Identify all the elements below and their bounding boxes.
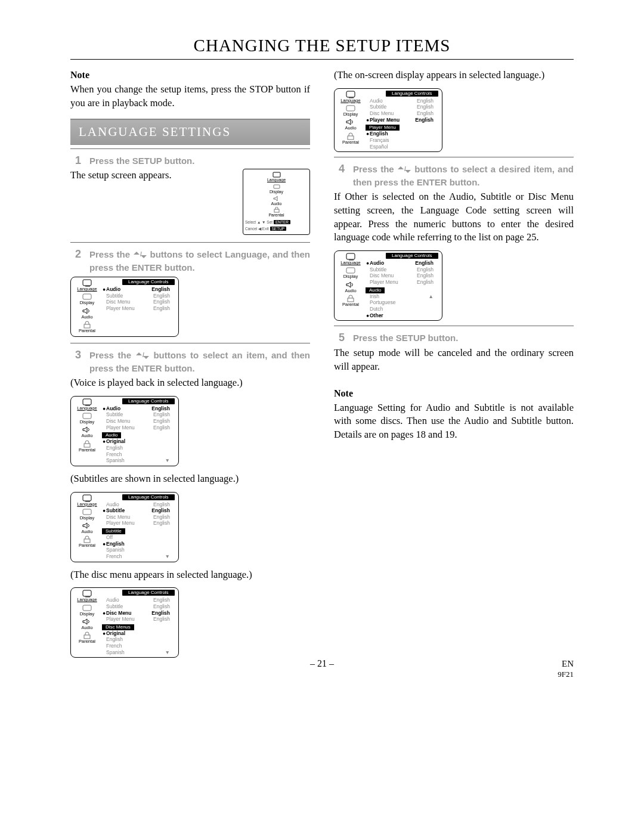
- osd-main: Language ControlsAudioEnglishSubtitleEng…: [364, 89, 442, 151]
- osd-row: Player MenuEnglish: [102, 616, 176, 623]
- osd-side-par: Parental: [73, 631, 101, 644]
- step-number: 3: [70, 349, 81, 361]
- svg-rect-13: [83, 495, 91, 501]
- step-3: 3 Press the / buttons to select an item,…: [70, 349, 310, 374]
- osd-side-par: Parental: [73, 535, 101, 548]
- svg-text:/: /: [143, 352, 144, 358]
- tv-icon: [273, 172, 281, 178]
- step-text: Press the SETUP button.: [89, 155, 310, 167]
- osd-title: Language Controls: [122, 279, 175, 285]
- osd-row: ●AudioEnglish: [366, 260, 439, 267]
- osd-row: Player MenuEnglish: [102, 520, 176, 527]
- note-heading: Note: [334, 387, 574, 400]
- osd-list-item: English: [102, 636, 176, 643]
- osd-side-audio: Audio: [73, 618, 101, 630]
- osd-list-item: French▼: [102, 553, 176, 560]
- manual-page: CHANGING THE SETUP ITEMS Note When you c…: [0, 0, 644, 833]
- osd-list-item: ●Original: [102, 630, 176, 637]
- osd-subtitle: Subtitle: [102, 528, 125, 534]
- osd-subtitle: Audio: [366, 287, 385, 293]
- disc-note: (The disc menu appears in selected langu…: [70, 568, 310, 582]
- svg-text:/: /: [404, 166, 406, 172]
- osd-title: Language Controls: [122, 398, 175, 404]
- chapter-rule: [70, 59, 574, 60]
- osd-audio-other: LanguageDisplayAudioParentalLanguage Con…: [334, 250, 574, 321]
- osd-main: Language Controls●AudioEnglishSubtitleEn…: [364, 251, 442, 320]
- osd-row: SubtitleEnglish: [102, 293, 176, 299]
- osd-side-audio: Audio: [73, 307, 101, 320]
- display-icon: [273, 184, 281, 190]
- osd-list-item: Español: [366, 144, 439, 150]
- osd-side-lang: Language: [73, 398, 101, 411]
- section-sep: [70, 148, 310, 149]
- step-text: Press the / buttons to select Language, …: [89, 249, 310, 273]
- speaker-icon: [273, 196, 281, 202]
- svg-rect-24: [348, 136, 354, 140]
- svg-rect-2: [274, 209, 279, 212]
- osd-main: Language ControlsAudioEnglish●SubtitleEn…: [101, 493, 178, 562]
- osd-list-item: Spanish▼: [102, 649, 176, 656]
- step-5: 5 Press the SETUP button.: [334, 332, 574, 344]
- osd-row: Disc MenuEnglish: [366, 272, 439, 279]
- svg-rect-1: [274, 185, 280, 188]
- osd-title: Language Controls: [122, 494, 175, 500]
- page-footer: – 21 –: [0, 658, 644, 669]
- osd-list-item: Portuguese: [366, 299, 439, 306]
- osd-title: Language Controls: [386, 253, 438, 259]
- step-text: Press the SETUP button.: [353, 332, 574, 344]
- svg-rect-17: [83, 590, 91, 596]
- osd-language-controls-1: LanguageDisplayAudioParentalLanguage Con…: [70, 277, 310, 337]
- osd-panel: LanguageDisplayAudioParentalLanguage Con…: [334, 88, 442, 152]
- step-sep: [70, 343, 310, 343]
- step-number: 1: [70, 155, 81, 167]
- osd-row: SubtitleEnglish: [102, 411, 176, 418]
- osd-list-item: Irish▲: [366, 293, 439, 300]
- osd-side-audio: Audio: [73, 522, 101, 534]
- lang-code: EN: [562, 659, 574, 669]
- osd-list-item: Français: [366, 137, 439, 144]
- chapter-title: CHANGING THE SETUP ITEMS: [70, 36, 574, 55]
- up-down-icon: /: [397, 165, 411, 176]
- svg-rect-19: [83, 605, 91, 611]
- up-down-icon: /: [135, 351, 150, 363]
- osd-subtitle: Player Menu: [366, 125, 400, 131]
- svg-rect-4: [83, 280, 91, 286]
- osd-setup-mini: Language Display Audio Parental Select ▲…: [243, 169, 310, 235]
- osd-list-item: French: [102, 643, 176, 649]
- osd-panel: LanguageDisplayAudioParentalLanguage Con…: [70, 277, 179, 337]
- osd-main: Language Controls●AudioEnglishSubtitleEn…: [101, 397, 178, 466]
- osd-list-item: Spanish▼: [102, 457, 176, 464]
- step-1: 1 Press the SETUP button.: [70, 155, 310, 167]
- step-text: Press the / buttons to select an item, a…: [89, 349, 310, 374]
- step1-row: The setup screen appears. Language Displ…: [70, 169, 310, 235]
- osd-subtitle: Disc Menus: [102, 624, 134, 630]
- step-text: Press the / buttons to select a desired …: [353, 163, 574, 188]
- osd-side-lang: Language: [337, 253, 364, 265]
- osd-sidebar: LanguageDisplayAudioParental: [335, 251, 364, 320]
- osd-subtitle: LanguageDisplayAudioParentalLanguage Con…: [70, 492, 310, 562]
- step4-after: If Other is selected on the Audio, Subti…: [334, 190, 574, 244]
- osd-row: SubtitleEnglish: [366, 267, 439, 273]
- osd-row: Player MenuEnglish: [102, 425, 176, 431]
- step-sep: [334, 157, 574, 157]
- svg-rect-0: [273, 172, 280, 177]
- osd-list-item: Dutch: [366, 306, 439, 312]
- osd-row: ●Disc MenuEnglish: [102, 610, 176, 617]
- osd-row: Disc MenuEnglish: [366, 110, 439, 117]
- step-number: 5: [334, 332, 345, 344]
- osd-list-item: ●Original: [102, 438, 176, 445]
- doc-code: 9F21: [558, 670, 574, 679]
- osd-side-par: Parental: [73, 440, 101, 453]
- osd-row: ●AudioEnglish: [102, 405, 176, 412]
- osd-row: SubtitleEnglish: [102, 603, 176, 610]
- osd-row: Disc MenuEnglish: [102, 299, 176, 305]
- svg-text:/: /: [140, 251, 142, 258]
- svg-rect-21: [346, 91, 355, 97]
- osd-row: AudioEnglish: [102, 501, 176, 508]
- osd-row: ●SubtitleEnglish: [102, 507, 176, 514]
- osd-side-lang: Language: [337, 91, 364, 103]
- osd-mini-footer: Select ▲ ▼ Set ENTER: [245, 219, 308, 225]
- osd-list-item: Spanish: [102, 547, 176, 553]
- osd-main: Language ControlsAudioEnglishSubtitleEng…: [101, 588, 178, 657]
- osd-side-par: Parental: [73, 321, 101, 333]
